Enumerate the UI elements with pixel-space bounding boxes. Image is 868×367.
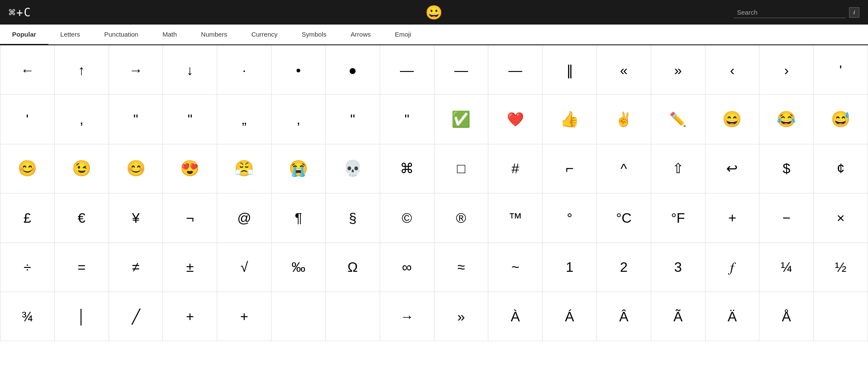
grid-cell-2[interactable]: → bbox=[109, 46, 163, 95]
grid-cell-82[interactable]: ╱ bbox=[109, 292, 163, 341]
grid-cell-90[interactable]: Á bbox=[543, 292, 597, 341]
grid-cell-73[interactable]: ~ bbox=[488, 243, 543, 292]
grid-cell-63[interactable]: × bbox=[814, 193, 868, 243]
grid-cell-93[interactable]: Ä bbox=[706, 292, 760, 341]
grid-cell-81[interactable]: │ bbox=[55, 292, 109, 341]
grid-cell-42[interactable]: ⌐ bbox=[543, 144, 597, 193]
grid-cell-20[interactable]: „ bbox=[217, 95, 272, 144]
grid-cell-1[interactable]: ↑ bbox=[55, 46, 109, 95]
grid-cell-56[interactable]: ® bbox=[434, 193, 489, 243]
grid-cell-10[interactable]: ‖ bbox=[543, 46, 597, 95]
tab-letters[interactable]: Letters bbox=[48, 25, 92, 45]
grid-cell-53[interactable]: ¶ bbox=[272, 193, 326, 243]
grid-cell-45[interactable]: ↩ bbox=[706, 144, 760, 193]
grid-cell-31[interactable]: 😅 bbox=[814, 95, 868, 144]
grid-cell-26[interactable]: 👍 bbox=[543, 95, 597, 144]
grid-cell-15[interactable]: ' bbox=[814, 46, 868, 95]
grid-cell-37[interactable]: 😭 bbox=[272, 144, 326, 193]
grid-cell-36[interactable]: 😤 bbox=[217, 144, 272, 193]
grid-cell-48[interactable]: £ bbox=[0, 193, 55, 243]
tab-punctuation[interactable]: Punctuation bbox=[92, 25, 150, 45]
grid-cell-16[interactable]: ' bbox=[0, 95, 55, 144]
grid-cell-94[interactable]: Å bbox=[759, 292, 814, 341]
tab-math[interactable]: Math bbox=[150, 25, 189, 45]
grid-cell-7[interactable]: — bbox=[380, 46, 434, 95]
grid-cell-95[interactable] bbox=[814, 292, 868, 341]
grid-cell-44[interactable]: ⇧ bbox=[651, 144, 706, 193]
grid-cell-54[interactable]: § bbox=[326, 193, 380, 243]
grid-cell-0[interactable]: ← bbox=[0, 46, 55, 95]
grid-cell-32[interactable]: 😊 bbox=[0, 144, 55, 193]
grid-cell-11[interactable]: « bbox=[597, 46, 651, 95]
grid-cell-77[interactable]: 𝑓 bbox=[706, 243, 760, 292]
grid-cell-91[interactable]: Â bbox=[597, 292, 651, 341]
grid-cell-13[interactable]: ‹ bbox=[706, 46, 760, 95]
grid-cell-69[interactable]: ‰ bbox=[272, 243, 326, 292]
grid-cell-61[interactable]: + bbox=[706, 193, 760, 243]
grid-cell-3[interactable]: ↓ bbox=[163, 46, 217, 95]
grid-cell-6[interactable]: ● bbox=[326, 46, 380, 95]
grid-cell-76[interactable]: 3 bbox=[651, 243, 706, 292]
grid-cell-34[interactable]: 😊 bbox=[109, 144, 163, 193]
grid-cell-75[interactable]: 2 bbox=[597, 243, 651, 292]
grid-cell-57[interactable]: ™ bbox=[488, 193, 543, 243]
tab-popular[interactable]: Popular bbox=[0, 25, 48, 45]
tab-emoji[interactable]: Emoji bbox=[383, 25, 423, 45]
grid-cell-21[interactable]: , bbox=[272, 95, 326, 144]
grid-cell-23[interactable]: " bbox=[380, 95, 434, 144]
grid-cell-79[interactable]: ½ bbox=[814, 243, 868, 292]
grid-cell-19[interactable]: " bbox=[163, 95, 217, 144]
info-button[interactable]: i bbox=[849, 7, 859, 18]
grid-cell-65[interactable]: = bbox=[55, 243, 109, 292]
grid-cell-67[interactable]: ± bbox=[163, 243, 217, 292]
grid-cell-17[interactable]: , bbox=[55, 95, 109, 144]
tab-arrows[interactable]: Arrows bbox=[339, 25, 383, 45]
grid-cell-18[interactable]: " bbox=[109, 95, 163, 144]
grid-cell-9[interactable]: — bbox=[488, 46, 543, 95]
grid-cell-46[interactable]: $ bbox=[759, 144, 814, 193]
grid-cell-51[interactable]: ¬ bbox=[163, 193, 217, 243]
grid-cell-40[interactable]: □ bbox=[434, 144, 489, 193]
grid-cell-66[interactable]: ≠ bbox=[109, 243, 163, 292]
grid-cell-35[interactable]: 😍 bbox=[163, 144, 217, 193]
grid-cell-14[interactable]: › bbox=[759, 46, 814, 95]
grid-cell-27[interactable]: ✌️ bbox=[597, 95, 651, 144]
grid-cell-55[interactable]: © bbox=[380, 193, 434, 243]
grid-cell-92[interactable]: Ã bbox=[651, 292, 706, 341]
grid-cell-89[interactable]: À bbox=[488, 292, 543, 341]
grid-cell-47[interactable]: ¢ bbox=[814, 144, 868, 193]
tab-numbers[interactable]: Numbers bbox=[189, 25, 239, 45]
grid-cell-29[interactable]: 😄 bbox=[706, 95, 760, 144]
grid-cell-87[interactable]: → bbox=[380, 292, 434, 341]
grid-cell-60[interactable]: °F bbox=[651, 193, 706, 243]
tab-symbols[interactable]: Symbols bbox=[290, 25, 339, 45]
grid-cell-78[interactable]: ¼ bbox=[759, 243, 814, 292]
grid-cell-83[interactable]: + bbox=[163, 292, 217, 341]
grid-cell-25[interactable]: ❤️ bbox=[488, 95, 543, 144]
grid-cell-12[interactable]: » bbox=[651, 46, 706, 95]
grid-cell-70[interactable]: Ω bbox=[326, 243, 380, 292]
grid-cell-5[interactable]: • bbox=[272, 46, 326, 95]
grid-cell-68[interactable]: √ bbox=[217, 243, 272, 292]
grid-cell-58[interactable]: ° bbox=[543, 193, 597, 243]
tab-currency[interactable]: Currency bbox=[239, 25, 290, 45]
grid-cell-30[interactable]: 😂 bbox=[759, 95, 814, 144]
grid-cell-4[interactable]: · bbox=[217, 46, 272, 95]
grid-cell-43[interactable]: ^ bbox=[597, 144, 651, 193]
grid-cell-22[interactable]: " bbox=[326, 95, 380, 144]
grid-cell-88[interactable]: » bbox=[434, 292, 489, 341]
grid-cell-38[interactable]: 💀 bbox=[326, 144, 380, 193]
grid-cell-50[interactable]: ¥ bbox=[109, 193, 163, 243]
grid-cell-72[interactable]: ≈ bbox=[434, 243, 489, 292]
grid-cell-85[interactable] bbox=[272, 292, 326, 341]
grid-cell-62[interactable]: − bbox=[759, 193, 814, 243]
grid-cell-49[interactable]: € bbox=[55, 193, 109, 243]
grid-cell-39[interactable]: ⌘ bbox=[380, 144, 434, 193]
grid-cell-28[interactable]: ✏️ bbox=[651, 95, 706, 144]
grid-cell-24[interactable]: ✅ bbox=[434, 95, 489, 144]
grid-cell-86[interactable] bbox=[326, 292, 380, 341]
grid-cell-74[interactable]: 1 bbox=[543, 243, 597, 292]
grid-cell-41[interactable]: # bbox=[488, 144, 543, 193]
grid-cell-80[interactable]: ¾ bbox=[0, 292, 55, 341]
grid-cell-52[interactable]: @ bbox=[217, 193, 272, 243]
